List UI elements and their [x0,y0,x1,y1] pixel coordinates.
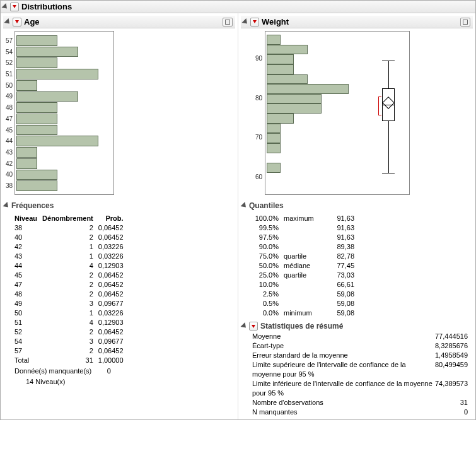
histogram-bar [267,114,294,124]
axis-tick: 48 [1,104,13,111]
histogram-bar [16,80,37,91]
quantiles-title: Quantiles [249,201,284,210]
collapse-icon[interactable] [3,202,10,209]
axis-tick: 43 [1,149,13,156]
histogram-bar [267,94,322,104]
histogram-bar [267,143,281,153]
axis-tick: 38 [1,182,13,189]
title: Distributions [21,2,72,11]
table-row: 50.0%médiane77,45 [251,261,358,271]
table-row: 4210,03226 [13,242,127,252]
weight-boxplot [373,44,404,182]
axis-tick: 90 [251,55,262,62]
stats-header: Statistiques de résumé [241,320,473,332]
collapse-icon[interactable] [1,3,9,10]
col-prob: Prob. [97,214,127,223]
histogram-bar [267,163,281,173]
axis-tick: 40 [1,171,13,178]
table-row: 25.0%quartile73,03 [251,271,358,280]
histogram-bar [16,147,37,158]
axis-tick: 49 [1,93,13,100]
stats-title: Statistiques de résumé [260,322,343,331]
table-row: 4020,06452 [13,233,127,242]
histogram-bar [16,136,98,146]
stats-row: Erreur standard de la moyenne1,4958549 [241,351,473,360]
table-row: 3820,06452 [13,223,127,233]
histogram-bar [16,57,57,68]
stats-row: Écart-type8,3285676 [241,341,473,351]
axis-tick: 47 [1,115,13,122]
menu-icon[interactable] [249,322,258,331]
columns: Age 5754525150494847454443424038 Fréquen… [1,13,475,419]
popout-icon[interactable] [460,18,470,26]
menu-icon[interactable] [250,18,259,26]
weight-title: Weight [262,17,289,26]
histogram-bar [16,180,57,191]
table-row: 5140,12903 [13,318,127,327]
table-row: 4310,03226 [13,252,127,261]
collapse-icon[interactable] [241,18,249,25]
table-row: 75.0%quartile82,78 [251,252,358,261]
age-histogram: 5754525150494847454443424038 [15,31,114,195]
quantiles-table: 100.0%maximum91,6399.5%91,6397.5%91,6390… [251,214,473,318]
histogram-bar [267,64,294,74]
stats-row: Limite inférieure de l'intervalle de con… [241,379,473,398]
frequences-title: Fréquences [11,201,54,210]
table-row: 100.0%maximum91,63 [251,214,358,223]
stats-row: N manquantes0 [241,407,473,417]
table-row: 10.0%66,61 [251,280,358,290]
table-row: 99.5%91,63 [251,223,358,233]
stats-row: Nombre d'observations31 [241,398,473,407]
histogram-bar [267,74,308,85]
table-row: 90.0%89,38 [251,242,358,252]
histogram-bar [16,35,57,46]
stats-row: Limite supérieure de l'intervalle de con… [241,360,473,379]
axis-tick: 51 [1,71,13,78]
histogram-bar [16,91,78,102]
table-row: 0.5%59,08 [251,299,358,308]
histogram-bar [267,45,308,55]
histogram-bar [16,114,57,124]
table-row: 4720,06452 [13,280,127,290]
table-row: 4520,06452 [13,271,127,280]
missing-row: Donnée(s) manquante(s) 0 [15,366,235,376]
levels-row: 14 Niveau(x) [26,377,235,387]
menu-icon[interactable] [10,3,19,11]
axis-tick: 44 [1,138,13,144]
table-row: 5010,03226 [13,308,127,318]
col-denombrement: Dénombrement [41,214,97,223]
weight-column: Weight 90807060 [238,13,475,419]
table-row: 4440,12903 [13,261,127,271]
axis-tick: 57 [1,37,13,44]
axis-tick: 70 [251,134,262,141]
frequences-table: Niveau Dénombrement Prob. 3820,064524020… [13,214,235,365]
histogram-bar [267,103,322,114]
distributions-panel: Distributions Age 5754525150494847454443… [0,0,476,420]
histogram-bar [16,69,98,79]
age-column: Age 5754525150494847454443424038 Fréquen… [1,13,238,419]
table-row: 5220,06452 [13,327,127,337]
total-row: Total311,00000 [13,356,127,365]
table-row: 4930,09677 [13,299,127,308]
collapse-icon[interactable] [240,202,248,209]
axis-tick: 52 [1,59,13,66]
table-row: 2.5%59,08 [251,290,358,299]
axis-tick: 60 [251,173,262,180]
menu-icon[interactable] [13,18,21,26]
quantiles-header: Quantiles [241,200,473,211]
stats-row: Moyenne77,444516 [241,332,473,341]
histogram-bar [16,158,37,169]
frequences-header: Fréquences [3,200,235,211]
histogram-bar [16,102,57,113]
col-niveau: Niveau [13,214,41,223]
age-header: Age [3,16,235,28]
popout-icon[interactable] [223,18,233,26]
collapse-icon[interactable] [4,18,11,25]
distributions-header: Distributions [1,1,475,13]
histogram-bar [16,170,57,180]
axis-tick: 80 [251,95,262,102]
collapse-icon[interactable] [240,322,248,330]
table-row: 5720,06452 [13,346,127,356]
table-row: 97.5%91,63 [251,233,358,242]
table-row: 0.0%minimum59,08 [251,308,358,318]
